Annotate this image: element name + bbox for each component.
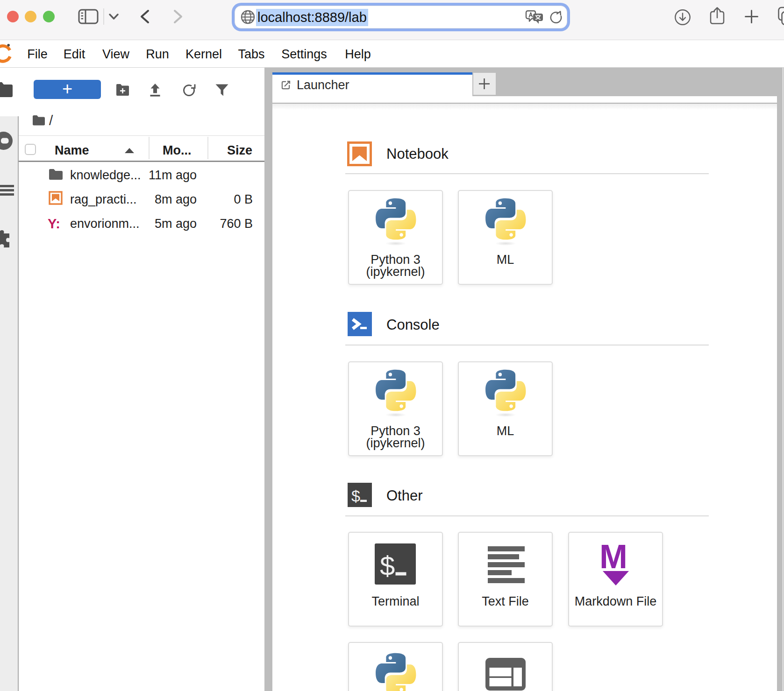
svg-text:$: $ bbox=[351, 487, 360, 505]
svg-text:$: $ bbox=[380, 550, 395, 581]
svg-text:M: M bbox=[599, 543, 627, 575]
